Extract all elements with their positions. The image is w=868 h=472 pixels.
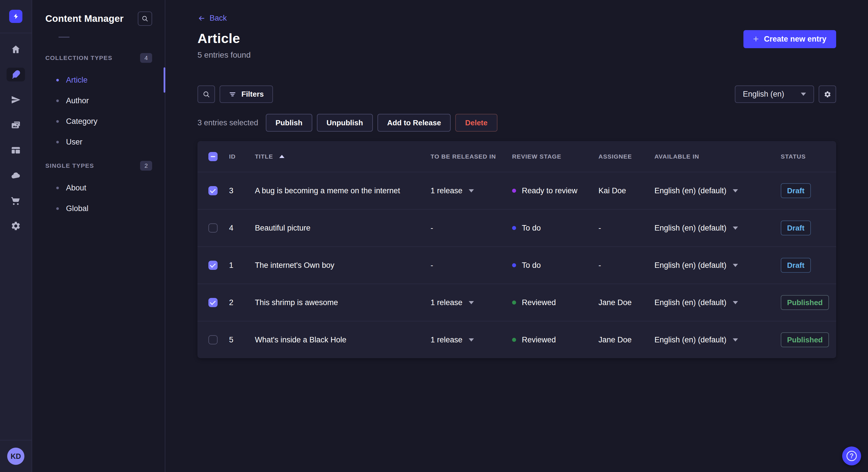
help-button[interactable]: ? xyxy=(842,446,861,465)
unpublish-button[interactable]: Unpublish xyxy=(317,114,373,132)
content-type-builder-icon[interactable] xyxy=(7,143,25,157)
cloud-icon[interactable] xyxy=(7,169,25,182)
row-release[interactable]: 1 release xyxy=(431,336,512,344)
row-locale[interactable]: English (en) (default) xyxy=(654,224,781,233)
entries-count: 5 entries found xyxy=(197,50,836,60)
row-title[interactable]: The internet's Own boy xyxy=(255,261,431,270)
sort-ascending-icon[interactable] xyxy=(279,155,284,158)
logo-box[interactable] xyxy=(0,0,32,33)
row-checkbox[interactable] xyxy=(208,335,218,344)
row-release[interactable]: 1 release xyxy=(431,298,512,307)
marketplace-cart-icon[interactable] xyxy=(7,194,25,208)
row-assignee: Jane Doe xyxy=(598,336,654,344)
create-new-entry-button[interactable]: + Create new entry xyxy=(743,30,836,48)
row-review-stage: Reviewed xyxy=(512,298,598,307)
settings-gear-icon[interactable] xyxy=(7,219,25,233)
sidebar-item-label: About xyxy=(66,183,86,193)
column-header-status[interactable]: STATUS xyxy=(781,153,829,160)
stage-label: Ready to review xyxy=(522,187,578,195)
table-row[interactable]: 1 The internet's Own boy - To do - Engli… xyxy=(197,246,836,283)
sidebar-item-about[interactable]: About xyxy=(32,177,165,198)
row-locale[interactable]: English (en) (default) xyxy=(654,336,781,344)
locale-value: English (en) xyxy=(743,90,784,99)
chevron-down-icon xyxy=(733,227,738,230)
filters-button[interactable]: Filters xyxy=(220,86,273,103)
row-release[interactable]: 1 release xyxy=(431,187,512,195)
view-settings-button[interactable] xyxy=(818,86,836,103)
stage-label: Reviewed xyxy=(522,336,556,344)
column-header-id[interactable]: ID xyxy=(229,153,255,160)
content-search-button[interactable] xyxy=(138,11,152,26)
row-id: 5 xyxy=(229,336,255,344)
column-header-review-stage[interactable]: REVIEW STAGE xyxy=(512,153,598,160)
home-icon[interactable] xyxy=(7,42,25,56)
chevron-down-icon xyxy=(469,189,474,193)
question-mark-icon: ? xyxy=(846,451,857,461)
section-label: COLLECTION TYPES xyxy=(45,55,113,61)
column-header-assignee[interactable]: ASSIGNEE xyxy=(598,153,654,160)
chevron-down-icon xyxy=(801,93,806,96)
row-checkbox[interactable] xyxy=(208,298,218,307)
row-assignee: Jane Doe xyxy=(598,298,654,307)
row-title[interactable]: A bug is becoming a meme on the internet xyxy=(255,187,431,195)
table-row[interactable]: 4 Beautiful picture - To do - English (e… xyxy=(197,209,836,246)
row-checkbox[interactable] xyxy=(208,186,218,195)
profile-section: KD xyxy=(0,440,32,472)
sidebar-item-category[interactable]: Category xyxy=(32,111,165,132)
avatar[interactable]: KD xyxy=(7,448,24,465)
row-locale[interactable]: English (en) (default) xyxy=(654,187,781,195)
row-title[interactable]: This shrimp is awesome xyxy=(255,298,431,307)
delete-button[interactable]: Delete xyxy=(455,114,497,132)
status-badge: Draft xyxy=(781,221,811,235)
add-to-release-button[interactable]: Add to Release xyxy=(377,114,451,132)
sidebar-item-author[interactable]: Author xyxy=(32,90,165,111)
sidebar-item-user[interactable]: User xyxy=(32,132,165,152)
strapi-logo-icon xyxy=(9,10,22,23)
row-id: 3 xyxy=(229,187,255,195)
entries-table: ID TITLE TO BE RELEASED IN REVIEW STAGE … xyxy=(197,141,836,358)
row-title[interactable]: Beautiful picture xyxy=(255,224,431,233)
stage-dot xyxy=(512,338,516,342)
gear-icon xyxy=(824,91,831,98)
row-id: 4 xyxy=(229,224,255,233)
row-release[interactable]: - xyxy=(431,261,512,270)
sidebar-item-label: User xyxy=(66,138,82,146)
column-header-release[interactable]: TO BE RELEASED IN xyxy=(431,153,512,160)
toolbar: Filters English (en) xyxy=(197,86,836,103)
media-library-icon[interactable] xyxy=(7,118,25,132)
page-title: Article xyxy=(197,30,240,47)
app-root: KD Content Manager COLLECTION TYPES 4 Ar… xyxy=(0,0,868,472)
paper-plane-icon[interactable] xyxy=(7,93,25,107)
chevron-down-icon xyxy=(469,301,474,304)
row-assignee: Kai Doe xyxy=(598,187,654,195)
section-count-badge: 4 xyxy=(140,53,152,63)
row-locale[interactable]: English (en) (default) xyxy=(654,298,781,307)
chevron-down-icon xyxy=(469,338,474,341)
column-header-title[interactable]: TITLE xyxy=(255,153,431,160)
table-row[interactable]: 5 What's inside a Black Hole 1 release R… xyxy=(197,321,836,358)
select-all-checkbox[interactable] xyxy=(208,152,218,161)
status-badge: Published xyxy=(781,295,829,310)
row-checkbox[interactable] xyxy=(208,224,218,233)
table-row[interactable]: 3 A bug is becoming a meme on the intern… xyxy=(197,172,836,209)
row-title[interactable]: What's inside a Black Hole xyxy=(255,336,431,344)
primary-nav: KD xyxy=(0,0,32,472)
table-search-button[interactable] xyxy=(197,86,215,103)
back-link[interactable]: Back xyxy=(197,14,227,23)
row-assignee: - xyxy=(598,224,654,233)
publish-button[interactable]: Publish xyxy=(266,114,312,132)
stage-label: To do xyxy=(522,261,541,270)
row-checkbox[interactable] xyxy=(208,261,218,270)
row-id: 1 xyxy=(229,261,255,270)
table-row[interactable]: 2 This shrimp is awesome 1 release Revie… xyxy=(197,283,836,321)
locale-label: English (en) (default) xyxy=(654,261,726,270)
row-release[interactable]: - xyxy=(431,224,512,233)
content-manager-feather-icon[interactable] xyxy=(7,68,25,81)
locale-label: English (en) (default) xyxy=(654,298,726,307)
active-indicator xyxy=(164,67,165,93)
locale-select[interactable]: English (en) xyxy=(735,86,814,103)
sidebar-item-article[interactable]: Article xyxy=(32,70,165,90)
sidebar-item-global[interactable]: Global xyxy=(32,198,165,219)
column-header-available-in[interactable]: AVAILABLE IN xyxy=(654,153,781,160)
row-locale[interactable]: English (en) (default) xyxy=(654,261,781,270)
